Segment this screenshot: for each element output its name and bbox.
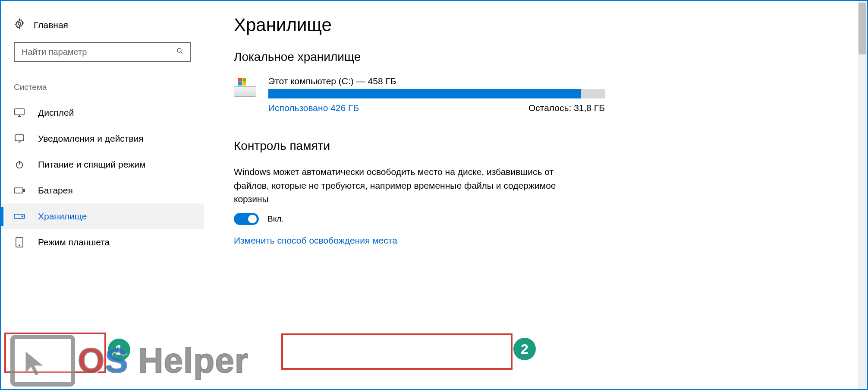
svg-rect-3 [15, 109, 24, 115]
sidebar-item-label: Батарея [38, 185, 73, 196]
svg-point-14 [19, 245, 20, 246]
toggle-label: Вкл. [267, 214, 284, 224]
drive-row[interactable]: Этот компьютер (C:) — 458 ГБ Использован… [234, 76, 859, 113]
storage-sense-toggle[interactable] [234, 213, 259, 225]
sidebar-item-storage[interactable]: Хранилище [1, 203, 204, 229]
used-label[interactable]: Использовано 426 ГБ [268, 103, 359, 113]
search-input[interactable] [21, 47, 176, 57]
storage-sense-heading: Контроль памяти [234, 139, 859, 153]
home-label: Главная [34, 20, 68, 30]
remaining-label: Осталось: 31,8 ГБ [528, 103, 605, 113]
sidebar-item-display[interactable]: Дисплей [1, 100, 204, 126]
sidebar-item-power[interactable]: Питание и спящий режим [1, 152, 204, 178]
drive-icon [234, 78, 256, 97]
sidebar-item-battery[interactable]: Батарея [1, 178, 204, 203]
change-free-space-link[interactable]: Изменить способ освобождения места [234, 235, 859, 246]
power-icon [14, 160, 25, 169]
sidebar-item-label: Уведомления и действия [38, 133, 144, 144]
storage-icon [14, 213, 25, 220]
settings-sidebar: Главная Система Дисплей [1, 1, 204, 389]
svg-rect-10 [23, 189, 25, 192]
display-icon [14, 108, 25, 117]
battery-icon [14, 187, 25, 194]
search-icon [176, 47, 184, 57]
gear-icon [14, 18, 25, 32]
search-input-wrap[interactable] [14, 42, 191, 62]
scrollbar[interactable] [858, 1, 867, 389]
sidebar-item-label: Хранилище [38, 211, 87, 222]
sidebar-item-notifications[interactable]: Уведомления и действия [1, 126, 204, 152]
storage-bar [268, 89, 605, 98]
notification-icon [14, 134, 25, 143]
drive-title: Этот компьютер (C:) — 458 ГБ [268, 76, 605, 86]
sidebar-item-label: Режим планшета [38, 237, 110, 247]
storage-bar-fill [268, 89, 581, 98]
svg-rect-9 [14, 188, 23, 193]
svg-rect-6 [15, 135, 24, 141]
page-title: Хранилище [234, 15, 859, 35]
sidebar-item-label: Питание и спящий режим [38, 159, 145, 170]
local-storage-heading: Локальное хранилище [234, 50, 859, 64]
svg-point-1 [177, 48, 181, 52]
storage-sense-desc: Windows может автоматически освободить м… [234, 165, 575, 206]
settings-content: Хранилище Локальное хранилище Этот компь… [204, 1, 867, 389]
home-row[interactable]: Главная [1, 18, 204, 42]
drive-info: Этот компьютер (C:) — 458 ГБ Использован… [268, 76, 605, 113]
sidebar-item-tablet[interactable]: Режим планшета [1, 229, 204, 255]
sidebar-section-label: Система [1, 62, 204, 100]
svg-point-12 [22, 216, 23, 217]
svg-line-2 [181, 51, 182, 53]
tablet-icon [14, 237, 25, 247]
sidebar-item-label: Дисплей [38, 108, 74, 118]
svg-point-0 [18, 22, 21, 25]
scrollbar-thumb[interactable] [859, 3, 866, 54]
